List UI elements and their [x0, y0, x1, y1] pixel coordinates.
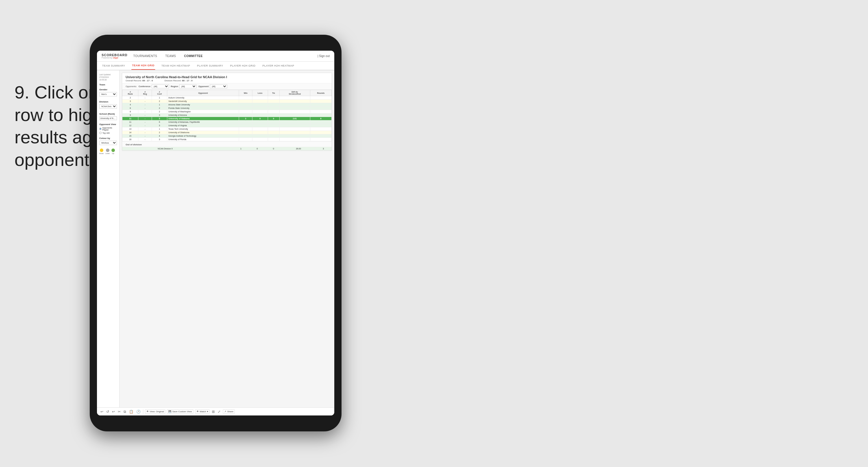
out-of-division-table: NCAA Division II 1 0 0 26.00 3	[122, 147, 332, 150]
panel-records: Overall Record: 89 - 17 - 0 Division Rec…	[126, 79, 328, 82]
cell-rank: 6	[122, 107, 138, 110]
cell-rounds	[310, 131, 332, 134]
cell-rounds	[310, 124, 332, 127]
cell-win	[239, 124, 252, 127]
subnav-team-summary[interactable]: TEAM SUMMARY	[101, 62, 126, 70]
cell-tie: 0	[266, 147, 282, 150]
clock-icon[interactable]: 🕐	[136, 409, 141, 414]
subnav-player-h2h-grid[interactable]: PLAYER H2H GRID	[229, 62, 256, 70]
cell-loss	[252, 134, 268, 138]
region-filter-label: Region	[171, 85, 178, 88]
conference-select[interactable]: (All)	[152, 85, 169, 88]
table-header-row: #Rank #Reg #Conf Opponent Win Loss Tie D…	[122, 90, 332, 96]
table-row[interactable]: 13 - 1 Texas Tech University	[122, 127, 332, 131]
table-row[interactable]: 12 - 3 University of Virginia	[122, 124, 332, 127]
legend: Down Level Up	[99, 148, 117, 154]
cell-opponent: University of Arkansas, Fayetteville	[167, 120, 239, 124]
subnav-player-summary[interactable]: PLAYER SUMMARY	[196, 62, 224, 70]
cell-diff	[279, 114, 310, 117]
cell-reg: -	[138, 120, 152, 124]
cell-tie	[268, 103, 279, 107]
cell-rank: 15	[122, 134, 138, 138]
region-filter: Region (All)	[171, 85, 196, 88]
cell-rounds	[310, 107, 332, 110]
subnav-team-h2h-grid[interactable]: TEAM H2H GRID	[131, 62, 155, 70]
cell-reg: -	[138, 127, 152, 131]
share-button[interactable]: ↗ Share	[223, 409, 235, 414]
save-icon: 💾	[168, 410, 172, 413]
cell-conf: 2	[152, 107, 167, 110]
cell-rank: 13	[122, 127, 138, 131]
cell-rounds	[310, 120, 332, 124]
table-row[interactable]: 9 - 3 University of Arizona	[122, 114, 332, 117]
cell-win	[239, 110, 252, 114]
cell-reg: -	[138, 138, 152, 141]
cell-win: 1	[233, 147, 249, 150]
fullscreen-icon[interactable]: ⤢	[217, 409, 221, 414]
radio-opponents-played[interactable]: Opponents Played	[99, 127, 117, 131]
panel-inner: University of North Carolina Head-to-Hea…	[122, 73, 332, 151]
cell-win	[239, 127, 252, 131]
highlighted-table-row[interactable]: 11 - 5 University of Alabama 3 0 0 2.61 …	[122, 117, 332, 120]
colour-by-label: Colour by	[99, 137, 117, 140]
region-select[interactable]: (All)	[179, 85, 196, 88]
nav-teams[interactable]: TEAMS	[164, 54, 177, 58]
nav-committee[interactable]: COMMITTEE	[183, 54, 204, 58]
cell-rounds	[310, 103, 332, 107]
scissors-icon[interactable]: ✂	[117, 409, 121, 414]
subnav-team-h2h-heatmap[interactable]: TEAM H2H HEATMAP	[161, 62, 191, 70]
radio-top100[interactable]: Top 100	[99, 132, 117, 134]
cell-tie	[268, 107, 279, 110]
undo2-icon[interactable]: ↩	[112, 409, 116, 414]
division-select[interactable]: NCAA Division I	[99, 104, 117, 109]
cell-tie	[268, 110, 279, 114]
table-row[interactable]: 6 - 2 Florida State University	[122, 107, 332, 110]
table-row[interactable]: 16 - 3 University of Florida	[122, 138, 332, 141]
paste-icon[interactable]: 📋	[128, 409, 134, 414]
cell-rank: 11	[122, 120, 138, 124]
cell-rank: 11	[122, 117, 138, 120]
subnav-player-h2h-heatmap[interactable]: PLAYER H2H HEATMAP	[262, 62, 295, 70]
cell-rounds	[310, 114, 332, 117]
cell-reg: -	[138, 114, 152, 117]
table-row[interactable]: 14 - 2 University of Oklahoma	[122, 131, 332, 134]
cell-conf: 1	[152, 96, 167, 99]
cell-diff	[279, 138, 310, 141]
watch-button[interactable]: 👁 Watch ▾	[195, 409, 210, 414]
cell-loss	[252, 114, 268, 117]
save-custom-view-button[interactable]: 💾 Save Custom View	[167, 409, 193, 414]
table-row[interactable]: 15 - 4 Georgia Institute of Technology	[122, 134, 332, 138]
undo-icon[interactable]: ↩	[100, 409, 104, 414]
nav-tournaments[interactable]: TOURNAMENTS	[132, 54, 158, 58]
table-row[interactable]: 3 - 2 Vanderbilt University	[122, 99, 332, 103]
th-tie: Tie	[268, 90, 279, 96]
cell-opponent: University of Alabama	[167, 117, 239, 120]
table-row[interactable]: 4 - 1 Arizona State University	[122, 103, 332, 107]
conference-filter-label: Conference	[138, 85, 151, 88]
sign-out-link[interactable]: | Sign out	[317, 54, 330, 58]
cell-tie	[268, 124, 279, 127]
colour-by-select[interactable]: Win/loss	[99, 141, 117, 145]
table-row[interactable]: 11 - 6 University of Arkansas, Fayettevi…	[122, 120, 332, 124]
cell-loss	[252, 138, 268, 141]
tablet-icon[interactable]: ⊞	[211, 409, 215, 414]
logo-scoreboard: SCOREBOARD	[101, 54, 127, 57]
cell-opponent: University of Florida	[167, 138, 239, 141]
redo-icon[interactable]: ↺	[106, 409, 110, 414]
cell-opponent: University of Arizona	[167, 114, 239, 117]
cell-conf: 2	[152, 99, 167, 103]
view-original-button[interactable]: 👁 View: Original	[145, 409, 165, 414]
team-label: Team	[99, 83, 117, 86]
opponent-select[interactable]: (All)	[210, 85, 227, 88]
gender-select[interactable]: Men's	[99, 92, 117, 96]
step-number: 9.	[14, 82, 30, 102]
out-of-division-row[interactable]: NCAA Division II 1 0 0 26.00 3	[122, 147, 332, 150]
cell-opponent: Florida State University	[167, 107, 239, 110]
table-row[interactable]: 8 - 2 University of Washington	[122, 110, 332, 114]
cell-conf: 1	[152, 127, 167, 131]
copy-icon[interactable]: ⧉	[123, 409, 127, 414]
cell-reg: -	[138, 117, 152, 120]
content-panel: University of North Carolina Head-to-Hea…	[120, 70, 334, 407]
table-row[interactable]: 2 - 1 Auburn University	[122, 96, 332, 99]
out-of-division-header: Out of division	[122, 141, 332, 147]
